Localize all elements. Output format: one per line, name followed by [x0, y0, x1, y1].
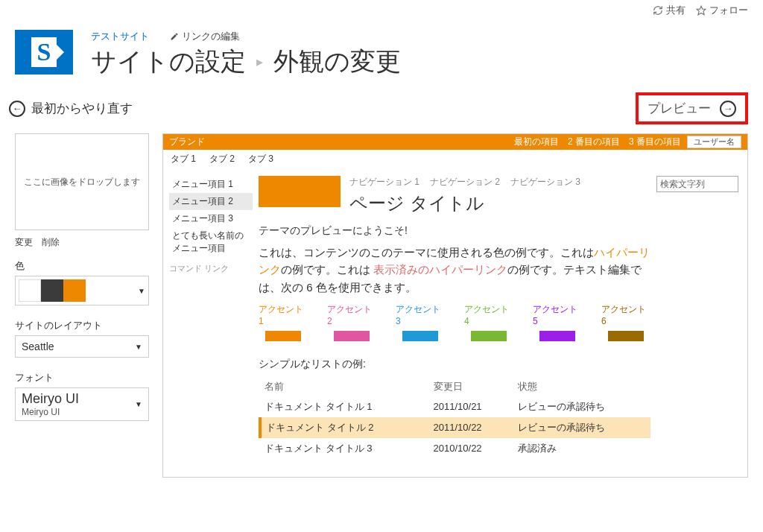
page-title-settings: サイトの設定: [91, 45, 246, 79]
sample-paragraph: これは、コンテンツのこのテーマに使用される色の例です。これはハイパーリンクの例で…: [259, 244, 650, 296]
table-header: 変更日: [429, 377, 513, 396]
nav-item: 2 番目の項目: [568, 136, 620, 148]
tab: タブ 1: [171, 153, 196, 165]
svg-marker-0: [697, 6, 706, 15]
follow-label: フォロー: [709, 4, 748, 17]
sync-icon: [653, 5, 663, 16]
tab: タブ 2: [209, 153, 235, 165]
change-image-link[interactable]: 変更: [15, 236, 33, 249]
list-label: シンプルなリストの例:: [259, 358, 650, 371]
table-row: ドキュメント タイトル 3 2010/10/22 承認済み: [260, 438, 650, 459]
accent-2: アクセント 2: [327, 303, 376, 341]
color-picker[interactable]: ▼: [15, 276, 149, 305]
accent-3: アクセント 3: [396, 303, 445, 341]
follow-action[interactable]: フォロー: [696, 4, 748, 17]
font-select[interactable]: Meiryo UI Meiryo UI ▼: [15, 387, 149, 421]
preview-highlight: プレビュー →: [636, 92, 748, 124]
chevron-down-icon: ▼: [135, 343, 142, 351]
accent-6: アクセント 6: [601, 303, 650, 341]
logo-letter: S: [31, 37, 57, 67]
nav-link: ナビゲーション 1: [349, 176, 420, 189]
edit-links[interactable]: リンクの編集: [170, 30, 240, 43]
restart-button[interactable]: ← 最初からやり直す: [9, 100, 133, 117]
menu-item: メニュー項目 2: [169, 193, 253, 210]
arrow-left-icon: ←: [9, 101, 25, 117]
layout-label: サイトのレイアウト: [15, 319, 149, 332]
accent-4: アクセント 4: [464, 303, 513, 341]
menu-item: メニュー項目 3: [169, 210, 253, 227]
swatch-white: [19, 279, 41, 302]
chevron-down-icon: ▼: [138, 287, 145, 295]
theme-preview: ブランド 最初の項目 2 番目の項目 3 番目の項目 ユーザー名 タブ 1 タブ…: [162, 133, 748, 478]
page-title-section: 外観の変更: [273, 45, 401, 79]
star-icon: [696, 5, 706, 16]
table-header: 名前: [260, 377, 429, 396]
swatch-orange: [63, 279, 86, 302]
table-row: ドキュメント タイトル 2 2011/10/22 レビューの承認待ち: [260, 417, 650, 438]
nav-link: ナビゲーション 3: [510, 176, 580, 189]
accent-1: アクセント 1: [259, 303, 308, 341]
welcome-text: テーマのプレビューにようこそ!: [259, 224, 650, 238]
sample-table: 名前 変更日 状態 ドキュメント タイトル 1 2011/10/21 レビューの…: [259, 377, 650, 459]
share-label: 共有: [666, 4, 686, 17]
swatch-dark: [41, 279, 63, 302]
menu-item: メニュー項目 1: [169, 176, 253, 193]
font-label: フォント: [15, 371, 149, 384]
accent-5: アクセント 5: [533, 303, 582, 341]
nav-item: 最初の項目: [514, 136, 559, 148]
tab: タブ 3: [248, 153, 273, 165]
share-action[interactable]: 共有: [653, 4, 686, 17]
color-label: 色: [15, 259, 149, 273]
nav-link: ナビゲーション 2: [430, 176, 500, 189]
arrow-right-icon: →: [720, 101, 736, 117]
user-box: ユーザー名: [687, 136, 741, 148]
accent-block: [259, 176, 341, 207]
nav-item: 3 番目の項目: [629, 136, 681, 148]
command-link: コマンド リンク: [169, 263, 253, 274]
chevron-down-icon: ▼: [135, 400, 142, 408]
image-dropzone[interactable]: ここに画像をドロップします: [15, 133, 149, 230]
sharepoint-logo[interactable]: S: [15, 30, 73, 75]
table-row: ドキュメント タイトル 1 2011/10/21 レビューの承認待ち: [260, 396, 650, 417]
table-header: 状態: [513, 377, 650, 396]
brand-label: ブランド: [169, 136, 205, 148]
search-box: 検索文字列: [656, 176, 738, 192]
delete-image-link[interactable]: 削除: [42, 236, 60, 249]
layout-select[interactable]: Seattle ▼: [15, 335, 149, 358]
preview-button[interactable]: プレビュー →: [648, 100, 736, 117]
site-link[interactable]: テストサイト: [91, 30, 149, 43]
menu-item: とても長い名前のメニュー項目: [169, 227, 253, 257]
chevron-right-icon: ▸: [256, 54, 263, 70]
pencil-icon: [170, 32, 179, 41]
